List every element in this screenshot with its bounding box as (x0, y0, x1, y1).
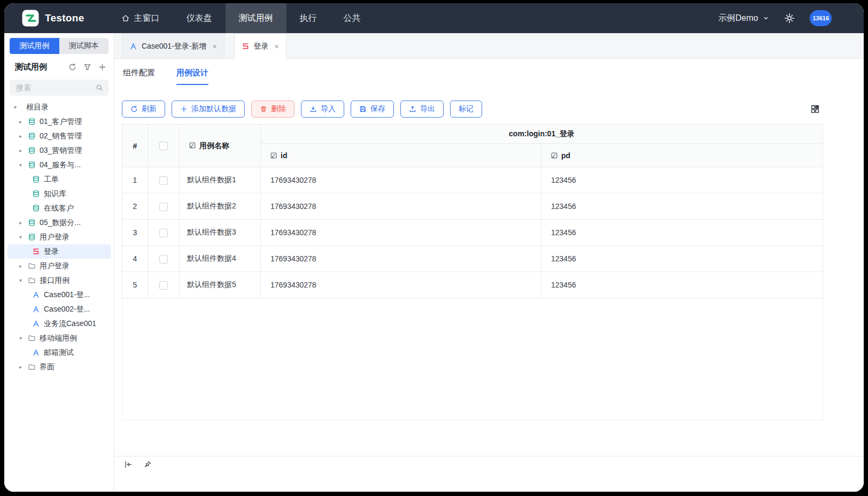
case-name-cell[interactable]: 默认组件数据5 (180, 272, 261, 298)
import-button[interactable]: 导入 (301, 100, 344, 118)
import-icon (309, 105, 317, 113)
refresh-button[interactable]: 刷新 (122, 100, 165, 118)
tree-item-api-cases[interactable]: ▾接口用例 (7, 273, 111, 288)
search-icon[interactable] (96, 84, 103, 91)
select-all-checkbox[interactable] (159, 142, 168, 150)
delete-button[interactable]: 删除 (251, 100, 294, 118)
case-name-cell[interactable]: 默认组件数据4 (180, 246, 261, 272)
caret-right-icon[interactable]: ▸ (19, 148, 28, 153)
row-checkbox[interactable] (159, 281, 168, 290)
id-value-cell[interactable]: 17693430278 (261, 167, 541, 193)
refresh-icon[interactable] (68, 63, 76, 71)
caret-right-icon[interactable]: ▸ (19, 220, 28, 226)
layout-grid-icon[interactable] (810, 104, 820, 114)
tree-item-03-marketing-mgmt[interactable]: ▸03_营销管理 (7, 143, 111, 158)
caret-down-icon[interactable]: ▾ (14, 105, 22, 110)
tab-test-scripts[interactable]: 测试脚本 (59, 38, 109, 54)
pd-value-cell[interactable]: 123456 (541, 220, 823, 246)
data-table: # 用例名称 com:login:01_登录 id pd 1默认组件数据1176… (122, 124, 823, 298)
env-select[interactable]: 示例Demo (718, 13, 770, 24)
mark-button[interactable]: 标记 (450, 100, 482, 118)
tab-case-design[interactable]: 用例设计 (176, 68, 208, 85)
pd-value-cell[interactable]: 123456 (541, 193, 823, 220)
pin-icon[interactable] (143, 460, 152, 469)
component-icon (32, 247, 40, 255)
tree-item-label: 02_销售管理 (40, 131, 82, 141)
tree-item-label: 工单 (44, 175, 59, 184)
caret-down-icon[interactable]: ▾ (19, 336, 28, 341)
gear-icon[interactable] (784, 13, 795, 24)
collapse-panel-icon[interactable] (124, 460, 133, 469)
tab-component-config[interactable]: 组件配置 (123, 68, 155, 85)
case-name-cell[interactable]: 默认组件数据3 (180, 220, 261, 246)
tree-item-online-customer[interactable]: 在线客户 (7, 201, 111, 215)
notification-badge[interactable]: 13616 (810, 10, 832, 26)
add-default-data-button[interactable]: 添加默认数据 (172, 100, 245, 118)
tree-item-04-service[interactable]: ▾04_服务与... (7, 158, 111, 172)
row-select-cell (148, 220, 180, 246)
id-value-cell[interactable]: 17693430278 (261, 246, 541, 272)
nav-item-execute[interactable]: 执行 (286, 3, 330, 33)
brand[interactable]: Testone (21, 3, 84, 33)
layout: 测试用例 测试脚本 测试用例 ▾根目录▸01_客户管理▸02_销售管理▸03_营… (4, 33, 864, 492)
tree-item-label: 邮箱测试 (44, 348, 74, 358)
id-value-cell[interactable]: 17693430278 (261, 193, 541, 220)
tree-item-label: 用户登录 (40, 232, 69, 242)
tree-item-mobile-cases[interactable]: ▾移动端用例 (7, 331, 111, 345)
tree-item-mailbox-test[interactable]: 邮箱测试 (7, 345, 111, 360)
filter-icon[interactable] (83, 63, 91, 71)
save-button[interactable]: 保存 (351, 100, 394, 118)
tab-test-cases[interactable]: 测试用例 (10, 38, 59, 54)
pd-value-cell[interactable]: 123456 (541, 246, 823, 272)
tree-item-bizflow-case001[interactable]: 业务流Case001 (7, 316, 111, 331)
tree-item-01-customer-mgmt[interactable]: ▸01_客户管理 (7, 114, 111, 129)
caret-right-icon[interactable]: ▸ (19, 119, 28, 125)
caret-down-icon[interactable]: ▾ (19, 162, 28, 168)
row-checkbox[interactable] (159, 176, 168, 185)
id-value-cell[interactable]: 17693430278 (261, 220, 541, 246)
panel-icons (68, 63, 106, 71)
caret-right-icon[interactable]: ▸ (19, 365, 28, 370)
tree-item-user-login-folder[interactable]: ▸用户登录 (7, 259, 111, 273)
nav-item-test-cases[interactable]: 测试用例 (226, 3, 286, 33)
doc-tab-login[interactable]: 登录 × (234, 33, 286, 59)
caret-right-icon[interactable]: ▸ (19, 134, 28, 139)
nav-item-common[interactable]: 公共 (330, 3, 374, 33)
tree-item-root-dir[interactable]: ▾根目录 (7, 100, 111, 114)
id-value-cell[interactable]: 17693430278 (261, 272, 541, 298)
tree-item-ui-folder[interactable]: ▸界面 (7, 360, 111, 374)
nav-item-dashboard[interactable]: 仪表盘 (173, 3, 226, 33)
pd-value-cell[interactable]: 123456 (541, 272, 823, 298)
search-input[interactable] (16, 83, 96, 92)
table-body: 1默认组件数据1176934302781234562默认组件数据21769343… (122, 167, 823, 298)
close-icon[interactable]: × (275, 42, 279, 51)
row-checkbox[interactable] (159, 255, 168, 264)
app-window: Testone 主窗口仪表盘测试用例执行公共 示例Demo 13616 测试用例… (4, 3, 864, 492)
tree-item-case001[interactable]: Case001-登... (7, 288, 111, 302)
case-name-cell[interactable]: 默认组件数据2 (180, 193, 261, 220)
caret-right-icon[interactable]: ▸ (19, 264, 28, 269)
tree-item-knowledge-base[interactable]: 知识库 (7, 187, 111, 201)
tree-item-02-sales-mgmt[interactable]: ▸02_销售管理 (7, 129, 111, 143)
export-button[interactable]: 导出 (400, 100, 444, 118)
case-icon (32, 305, 40, 313)
row-checkbox[interactable] (159, 229, 168, 237)
row-index: 5 (122, 272, 148, 298)
tree-item-work-order[interactable]: 工单 (7, 172, 111, 187)
close-icon[interactable]: × (212, 42, 216, 51)
tree-item-login[interactable]: 登录 (7, 244, 111, 259)
nav-item-main-window[interactable]: 主窗口 (108, 3, 173, 33)
tree-item-label: 用户登录 (40, 261, 69, 271)
add-node-icon[interactable] (98, 63, 106, 71)
caret-down-icon[interactable]: ▾ (19, 235, 28, 240)
pd-value-cell[interactable]: 123456 (541, 167, 823, 193)
db-icon (32, 190, 40, 198)
tree-item-05-data-analysis[interactable]: ▸05_数据分... (7, 215, 111, 230)
doc-tab-case001[interactable]: Case001-登录-新增 × (122, 34, 224, 58)
row-checkbox[interactable] (159, 203, 168, 211)
tree-item-user-login-group[interactable]: ▾用户登录 (7, 230, 111, 244)
caret-down-icon[interactable]: ▾ (19, 278, 28, 283)
folder-icon (28, 363, 36, 371)
tree-item-case002[interactable]: Case002-登... (7, 302, 111, 316)
case-name-cell[interactable]: 默认组件数据1 (180, 167, 261, 193)
